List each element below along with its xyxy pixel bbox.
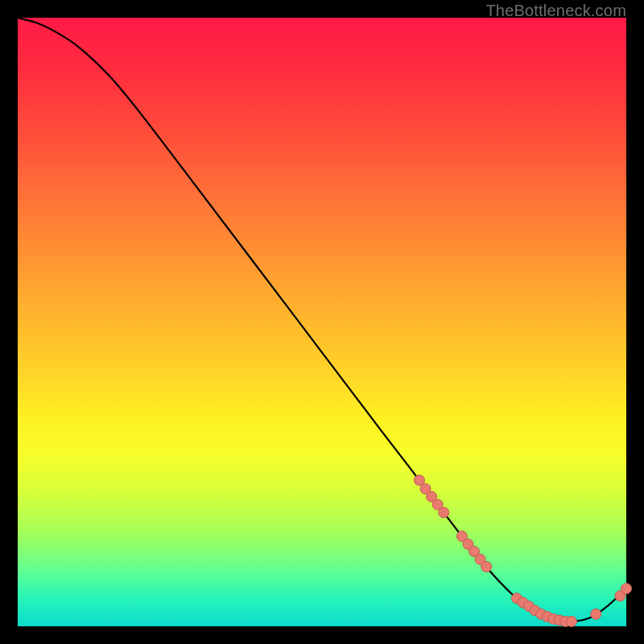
bottleneck-curve bbox=[18, 18, 626, 621]
data-marker bbox=[566, 616, 576, 626]
data-marker bbox=[439, 507, 449, 518]
data-marker bbox=[621, 584, 632, 594]
data-markers bbox=[414, 475, 631, 626]
chart-frame: TheBottleneck.com bbox=[0, 0, 644, 644]
plot-area bbox=[18, 18, 626, 626]
data-marker bbox=[591, 609, 601, 619]
data-marker bbox=[481, 561, 492, 572]
chart-svg bbox=[18, 18, 626, 626]
